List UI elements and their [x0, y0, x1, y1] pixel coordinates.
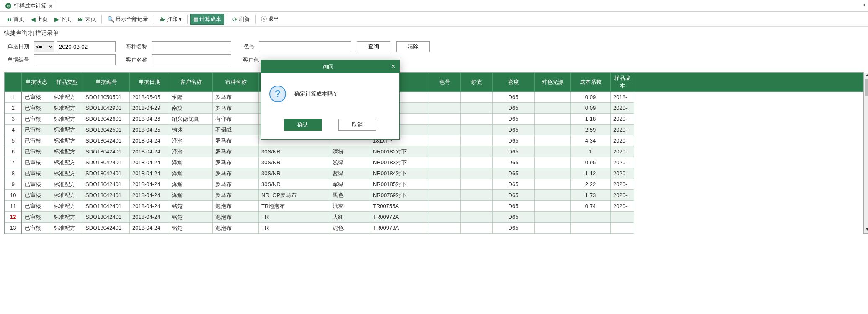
cell-status: 已审核 — [22, 92, 51, 103]
scroll-thumb[interactable] — [865, 79, 868, 96]
calc-cost-button[interactable]: ▦ 计算成本 — [190, 14, 224, 25]
table-row[interactable]: 12已审核标准配方SDO180424012018-04-24铭楚泡泡布TR大红T… — [5, 212, 863, 223]
cell-docno: SDO18042401 — [83, 190, 130, 201]
table-row[interactable]: 2已审核标准配方SDO180429012018-04-29南旋罗马布276对下D… — [5, 103, 863, 114]
close-app-icon[interactable]: × — [862, 2, 865, 8]
cell-coef — [535, 103, 571, 114]
next-page-button[interactable]: ▶下页 — [52, 14, 74, 25]
tab-close-icon[interactable]: × — [49, 3, 52, 9]
cell-coef — [535, 212, 571, 223]
column-header[interactable]: 单据日期 — [130, 73, 169, 92]
docno-input[interactable] — [34, 54, 116, 65]
prev-page-button[interactable]: ◀上页 — [28, 14, 51, 25]
column-header[interactable]: 单据状态 — [22, 73, 51, 92]
first-page-button[interactable]: ⏮首页 — [3, 14, 27, 25]
dialog-close-icon[interactable]: × — [391, 63, 395, 70]
quick-search-label: 快捷查询:打样记录单 — [0, 27, 868, 39]
table-row[interactable]: 8已审核标准配方SDO180424012018-04-24泽瀚罗马布30S/NR… — [5, 168, 863, 179]
table-row[interactable]: 5已审核标准配方SDO180424012018-04-24泽瀚罗马布181对下D… — [5, 135, 863, 146]
column-header[interactable]: 单据编号 — [83, 73, 130, 92]
table-row[interactable]: 6已审核标准配方SDO180424012018-04-24泽瀚罗马布30S/NR… — [5, 146, 863, 157]
table-row[interactable]: 4已审核标准配方SDO180425012018-04-25钧沐不倒绒962AD6… — [5, 125, 863, 135]
cell-extra: 2020- — [611, 135, 634, 146]
fabric-input[interactable] — [152, 41, 231, 52]
column-header[interactable]: 样品类型 — [51, 73, 83, 92]
table-row[interactable]: 9已审核标准配方SDO180424012018-04-24泽瀚罗马布30S/NR… — [5, 179, 863, 190]
cell-dens — [461, 179, 493, 190]
date-operator-select[interactable]: <= — [34, 41, 54, 52]
column-header[interactable]: 纱支 — [461, 73, 493, 92]
cell-cname: 浅绿 — [330, 157, 370, 168]
table-row[interactable]: 3已审核标准配方SDO180426012018-04-26绍兴德优真有弹布51A… — [5, 114, 863, 125]
column-header[interactable] — [634, 73, 863, 92]
scroll-up-icon[interactable]: ▲ — [864, 73, 868, 79]
column-header[interactable]: 密度 — [493, 73, 535, 92]
cell-date: 2018-04-24 — [130, 190, 169, 201]
colorno-label: 色号 — [238, 43, 255, 50]
column-header[interactable]: 布种名称 — [213, 73, 259, 92]
cell-cname: 浅灰 — [330, 201, 370, 212]
clear-button[interactable]: 清除 — [396, 41, 430, 52]
cell-fabric: 罗马布 — [213, 103, 259, 114]
cell-dens — [461, 168, 493, 179]
separator — [187, 15, 188, 24]
cell-type: 标准配方 — [51, 201, 83, 212]
print-button[interactable]: 🖶打印▾ — [157, 14, 185, 25]
cell-fabric: 罗马布 — [213, 157, 259, 168]
cell-docno: SDO18042401 — [83, 223, 130, 234]
cell-type: 标准配方 — [51, 179, 83, 190]
last-page-button[interactable]: ⏭末页 — [75, 14, 99, 25]
table-row[interactable]: 7已审核标准配方SDO180424012018-04-24泽瀚罗马布30S/NR… — [5, 157, 863, 168]
cell-cno: NR00769对下 — [370, 190, 429, 201]
table-row[interactable]: 13已审核标准配方SDO180424012018-04-24铭楚泡泡布TR泥色T… — [5, 223, 863, 234]
table-row[interactable]: 10已审核标准配方SDO180424012018-04-24泽瀚罗马布NR+OP… — [5, 190, 863, 201]
refresh-button[interactable]: ⟳刷新 — [230, 14, 253, 25]
exit-button[interactable]: ⓧ退出 — [258, 14, 282, 25]
fabric-label: 布种名称 — [122, 43, 147, 50]
column-header[interactable]: 成本系数 — [571, 73, 611, 92]
column-header[interactable]: 样品成本 — [611, 73, 634, 92]
cell-light: D65 — [493, 92, 535, 103]
cell-cname: 黑色 — [330, 190, 370, 201]
vertical-scrollbar[interactable]: ▲ ▼ — [863, 73, 868, 234]
show-all-button[interactable]: 🔍显示全部记录 — [104, 14, 151, 25]
cell-fabric: 罗马布 — [213, 179, 259, 190]
cell-cost: 4.34 — [571, 135, 611, 146]
cell-status: 已审核 — [22, 157, 51, 168]
tab-bar: ⊕ 打样成本计算 × — [0, 0, 868, 12]
dialog-titlebar[interactable]: 询问 × — [261, 60, 399, 73]
table-row[interactable]: 1已审核标准配方SDO180505012018-05-05永隆罗马布587BD6… — [5, 92, 863, 103]
cell-dens — [461, 190, 493, 201]
cell-coef — [535, 179, 571, 190]
cell-status: 已审核 — [22, 168, 51, 179]
cell-docno: SDO18042401 — [83, 157, 130, 168]
column-header[interactable]: 色号 — [429, 73, 461, 92]
cust-input[interactable] — [152, 54, 231, 65]
row-number: 7 — [5, 157, 22, 168]
row-number: 13 — [5, 223, 22, 234]
cell-type: 标准配方 — [51, 135, 83, 146]
cell-status: 已审核 — [22, 146, 51, 157]
prev-icon: ◀ — [31, 16, 36, 23]
cell-light: D65 — [493, 179, 535, 190]
column-header[interactable]: 客户名称 — [169, 73, 213, 92]
cell-extra: 2020- — [611, 146, 634, 157]
table-row[interactable]: 11已审核标准配方SDO180424012018-04-24铭楚泡泡布TR泡泡布… — [5, 201, 863, 212]
cell-type: 标准配方 — [51, 114, 83, 125]
cell-docno: SDO18042401 — [83, 212, 130, 223]
row-number: 8 — [5, 168, 22, 179]
cell-cname: 蓝绿 — [330, 168, 370, 179]
tab-cost-calc[interactable]: ⊕ 打样成本计算 × — [2, 0, 56, 11]
scroll-down-icon[interactable]: ▼ — [864, 227, 868, 233]
row-number: 3 — [5, 114, 22, 125]
cell-status: 已审核 — [22, 114, 51, 125]
colorno-input[interactable] — [259, 41, 351, 52]
column-header[interactable]: 对色光源 — [535, 73, 571, 92]
cell-light: D65 — [493, 125, 535, 135]
dialog-cancel-button[interactable]: 取消 — [338, 119, 376, 131]
date-input[interactable] — [57, 41, 116, 52]
dialog-ok-button[interactable]: 确认 — [284, 119, 322, 131]
cell-cno: TR00973A — [370, 223, 429, 234]
query-button[interactable]: 查询 — [357, 41, 390, 52]
cell-extra — [611, 212, 634, 223]
